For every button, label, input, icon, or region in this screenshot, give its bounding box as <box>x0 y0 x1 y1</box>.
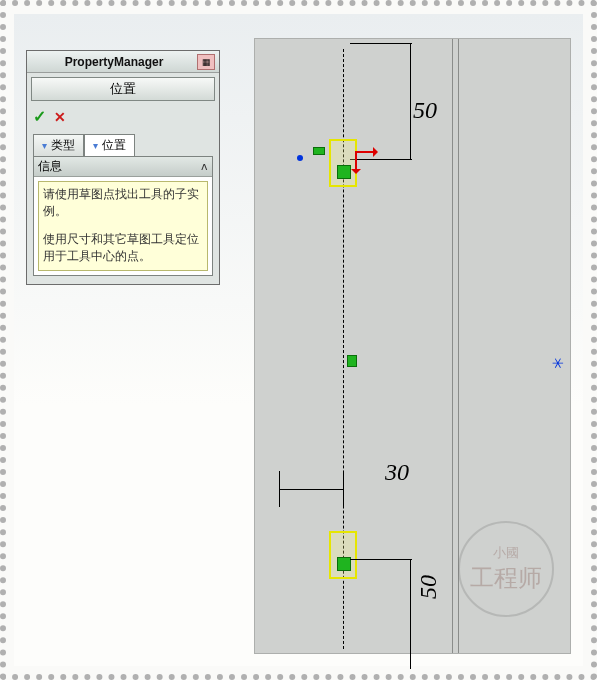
pin-icon[interactable]: ▦ <box>197 54 215 70</box>
info-section-header[interactable]: 信息 ʌ <box>34 157 212 177</box>
tab-position-label: 位置 <box>102 137 126 154</box>
tab-position[interactable]: ▾ 位置 <box>84 134 135 156</box>
property-manager-panel: PropertyManager ▦ 位置 ✓ ✕ ▾ 类型 ▾ 位置 信息 <box>26 50 220 285</box>
y-axis-arrow-icon <box>355 151 357 173</box>
property-tabs: ▾ 类型 ▾ 位置 <box>27 132 219 156</box>
funnel-icon: ▾ <box>93 140 98 151</box>
extension-line <box>350 43 412 44</box>
relation-icon <box>347 355 357 367</box>
part-origin-icon: ⚹ <box>552 355 564 369</box>
command-name-label: 位置 <box>31 77 215 101</box>
info-section-title: 信息 <box>38 158 62 175</box>
extension-line <box>343 471 344 507</box>
info-message-box: 请使用草图点找出工具的子实例。 使用尺寸和其它草图工具定位用于工具中心的点。 <box>38 181 208 271</box>
property-body: 信息 ʌ 请使用草图点找出工具的子实例。 使用尺寸和其它草图工具定位用于工具中心… <box>33 156 213 276</box>
ok-cancel-row: ✓ ✕ <box>27 105 219 132</box>
dimension-50-bottom[interactable]: 50 <box>415 575 442 599</box>
extension-line <box>350 559 412 560</box>
dimension-30[interactable]: 30 <box>385 459 409 486</box>
relation-icon <box>337 557 351 571</box>
graphics-viewport[interactable]: 50 30 50 ⚹ 小國 工程师 <box>254 38 571 654</box>
funnel-icon: ▾ <box>42 140 47 151</box>
watermark-small: 小國 <box>493 544 519 562</box>
dimension-line <box>410 43 411 159</box>
relation-icon <box>337 165 351 179</box>
ok-button[interactable]: ✓ <box>33 107 46 126</box>
extension-line <box>279 471 280 507</box>
collapse-icon[interactable]: ʌ <box>201 160 208 173</box>
relation-icon <box>313 147 325 155</box>
dimension-line <box>279 489 343 490</box>
info-paragraph: 请使用草图点找出工具的子实例。 <box>43 186 203 221</box>
command-bar: 位置 <box>27 73 219 105</box>
extension-line <box>350 159 412 160</box>
info-paragraph: 使用尺寸和其它草图工具定位用于工具中心的点。 <box>43 231 203 266</box>
watermark: 小國 工程师 <box>458 521 554 617</box>
dimension-line <box>410 559 411 669</box>
property-manager-title: PropertyManager <box>31 55 197 69</box>
dimension-50-top[interactable]: 50 <box>413 97 437 124</box>
command-name-text: 位置 <box>110 80 136 98</box>
sketch-point-icon <box>297 155 303 161</box>
tab-type-label: 类型 <box>51 137 75 154</box>
tab-type[interactable]: ▾ 类型 <box>33 134 84 156</box>
cancel-button[interactable]: ✕ <box>54 109 66 125</box>
library-feature-instance-top[interactable] <box>329 139 357 187</box>
x-axis-arrow-icon <box>355 151 377 153</box>
property-manager-header: PropertyManager ▦ <box>27 51 219 73</box>
watermark-big: 工程师 <box>470 562 542 594</box>
library-feature-instance-bottom[interactable] <box>329 531 357 579</box>
